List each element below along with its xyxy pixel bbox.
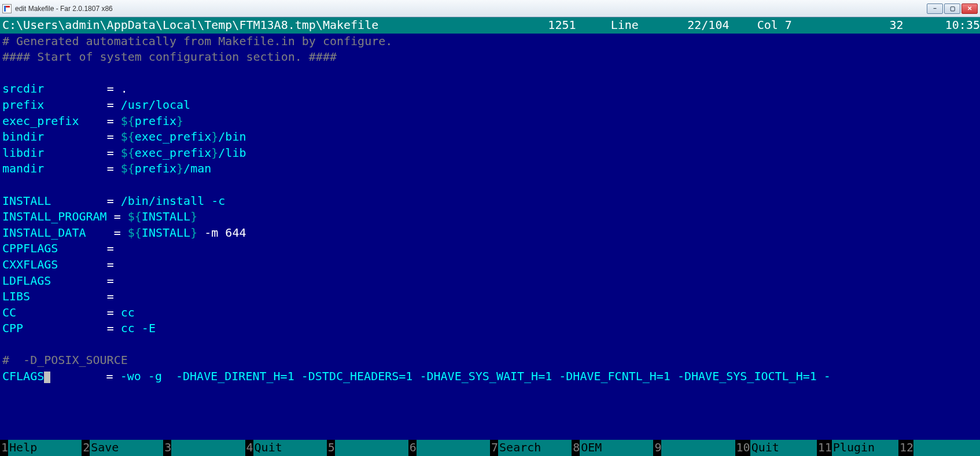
editor-content[interactable]: # Generated automatically from Makefile.…: [0, 34, 980, 385]
fkey-label: Plugin: [832, 440, 898, 456]
fkey-num: 4: [245, 440, 253, 456]
var-name: CPP: [2, 321, 23, 335]
brace-close: }: [211, 130, 218, 144]
fkey-label: OEM: [580, 440, 653, 456]
fkey-label: [913, 440, 980, 456]
var-ref: INSTALL: [142, 209, 190, 223]
terminal[interactable]: C:\Users\admin\AppData\Local\Temp\FTM13A…: [0, 17, 980, 456]
fkey-12[interactable]: 12: [898, 440, 980, 456]
comment-line: # Generated automatically from Makefile.…: [2, 34, 392, 48]
window-buttons: – ▢ ✕: [927, 3, 978, 14]
status-line-label: Line: [611, 17, 639, 34]
var-name: CC: [2, 306, 16, 319]
brace-close: }: [176, 161, 183, 175]
dollar: $: [128, 209, 135, 223]
fkey-1[interactable]: 1Help: [0, 440, 82, 456]
fkey-10[interactable]: 10Quit: [735, 440, 817, 456]
fkey-num: 3: [163, 440, 171, 456]
assign-op: =: [107, 194, 121, 208]
brace-close: }: [190, 226, 197, 240]
fkey-label: Save: [90, 440, 163, 456]
brace-close: }: [176, 114, 183, 128]
minimize-button[interactable]: –: [927, 3, 943, 14]
brace-open: {: [135, 209, 142, 223]
path-tail: /bin: [218, 130, 246, 144]
assign-op: =: [107, 82, 121, 95]
brace-close: }: [211, 146, 218, 160]
fkey-6[interactable]: 6: [408, 440, 490, 456]
var-ref: exec_prefix: [135, 130, 211, 144]
assign-op: =: [107, 274, 114, 288]
var-value: /usr/: [121, 98, 156, 112]
brace-close: }: [190, 209, 197, 223]
var-name: INSTALL: [2, 194, 51, 208]
fkey-num: 2: [82, 440, 90, 456]
assign-op: =: [107, 258, 114, 271]
flags: -m 644: [197, 226, 246, 240]
fkey-11[interactable]: 11Plugin: [817, 440, 898, 456]
fkey-4[interactable]: 4Quit: [245, 440, 327, 456]
status-line-current: 22: [687, 17, 701, 34]
status-charcode: 32: [889, 17, 903, 34]
path-tail: /man: [183, 161, 211, 175]
assign-op: =: [107, 146, 121, 160]
blank-line: [2, 177, 980, 193]
app-icon: [2, 4, 12, 13]
fkey-label: [661, 440, 735, 456]
fkey-label: Quit: [750, 440, 817, 456]
assign-op: =: [107, 306, 121, 319]
status-col: 7: [785, 17, 792, 34]
status-path: C:\Users\admin\AppData\Local\Temp\FTM13A…: [0, 17, 378, 34]
status-time: 10:35: [945, 17, 980, 34]
comment-line: #### Start of system configuration secti…: [2, 50, 337, 64]
assign-op: =: [106, 369, 120, 383]
path-tail: /lib: [218, 146, 246, 160]
assign-op: =: [107, 130, 121, 144]
status-line-total: 104: [708, 17, 729, 34]
fkey-8[interactable]: 8OEM: [572, 440, 653, 456]
assign-op: =: [107, 98, 121, 112]
var-name: CPPFLAGS: [2, 241, 58, 255]
fkey-label: [335, 440, 408, 456]
maximize-button[interactable]: ▢: [944, 3, 960, 14]
fkey-label: Quit: [253, 440, 327, 456]
var-name: srcdir: [2, 82, 44, 95]
dollar: $: [121, 161, 128, 175]
var-ref: exec_prefix: [135, 146, 211, 160]
fkey-label: Help: [8, 440, 82, 456]
dollar: $: [121, 130, 128, 144]
status-codepage: 1251: [548, 17, 576, 34]
var-name: INSTALL_DATA: [2, 226, 86, 240]
fkey-9[interactable]: 9: [653, 440, 735, 456]
assign-op: =: [114, 209, 128, 223]
fkey-num: 9: [653, 440, 661, 456]
assign-op: =: [107, 161, 121, 175]
compiler-flags: -wo -g -DHAVE_DIRENT_H=1 -DSTDC_HEADERS=…: [120, 369, 831, 383]
var-ref: INSTALL: [142, 226, 190, 240]
fkey-num: 8: [572, 440, 580, 456]
var-name: exec_prefix: [2, 114, 79, 128]
var-name: CXXFLAGS: [2, 258, 58, 271]
var-name: LDFLAGS: [2, 274, 51, 288]
fkey-2[interactable]: 2Save: [82, 440, 163, 456]
var-value: local: [156, 98, 190, 112]
fkey-label: [171, 440, 245, 456]
fkey-3[interactable]: 3: [163, 440, 245, 456]
assign-op: =: [107, 289, 114, 303]
fkey-5[interactable]: 5: [327, 440, 408, 456]
comment-line: # -D_POSIX_SOURCE: [2, 353, 128, 367]
var-value: cc: [121, 306, 135, 319]
fkey-7[interactable]: 7Search: [490, 440, 572, 456]
close-button[interactable]: ✕: [961, 3, 978, 14]
window-title: edit Makefile - Far 2.0.1807 x86: [15, 5, 927, 13]
var-name: bindir: [2, 130, 44, 144]
editor-statusbar: C:\Users\admin\AppData\Local\Temp\FTM13A…: [0, 17, 980, 34]
text-cursor: [44, 372, 50, 383]
fkey-num: 10: [735, 440, 750, 456]
dollar: $: [121, 114, 128, 128]
var-name: LIBS: [2, 289, 30, 303]
var-value: .: [121, 82, 128, 95]
var-ref: prefix: [135, 114, 176, 128]
assign-op: =: [114, 226, 128, 240]
var-name: INSTALL_PROGRAM: [2, 209, 107, 223]
